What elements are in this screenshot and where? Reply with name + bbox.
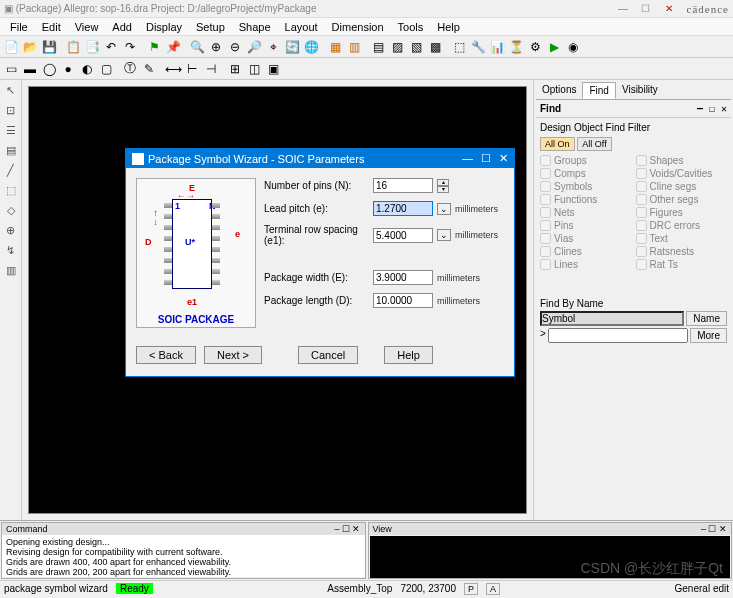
dropdown-icon[interactable]: ⌄ xyxy=(437,203,451,215)
shape-icon[interactable]: ◯ xyxy=(40,60,58,78)
menu-layout[interactable]: Layout xyxy=(279,19,324,35)
filter-pins[interactable]: Pins xyxy=(540,220,632,231)
param-input-1[interactable] xyxy=(373,201,433,216)
back-button[interactable]: < Back xyxy=(136,346,196,364)
menu-add[interactable]: Add xyxy=(106,19,138,35)
save-icon[interactable]: 💾 xyxy=(40,38,58,56)
next-button[interactable]: Next > xyxy=(204,346,262,364)
tool-icon[interactable]: ⬚ xyxy=(450,38,468,56)
flag-icon[interactable]: ⚑ xyxy=(145,38,163,56)
tool-icon[interactable]: ☰ xyxy=(0,120,21,140)
tool-icon[interactable]: ⊞ xyxy=(226,60,244,78)
tool-icon[interactable]: ▶ xyxy=(545,38,563,56)
pin-icon[interactable]: 📌 xyxy=(164,38,182,56)
tool-icon[interactable]: ▣ xyxy=(264,60,282,78)
zoom-in-icon[interactable]: ⊕ xyxy=(207,38,225,56)
maximize-button[interactable]: ☐ xyxy=(636,3,656,14)
redo-icon[interactable]: ↷ xyxy=(121,38,139,56)
open-icon[interactable]: 📂 xyxy=(21,38,39,56)
shape-icon[interactable]: ▢ xyxy=(97,60,115,78)
view-canvas[interactable] xyxy=(370,536,731,578)
tab-visibility[interactable]: Visibility xyxy=(616,82,664,99)
tool-icon[interactable]: ▥ xyxy=(0,260,21,280)
panel-controls[interactable]: – ☐ ✕ xyxy=(697,103,727,114)
zoom-icon[interactable]: 🔎 xyxy=(245,38,263,56)
all-on-button[interactable]: All On xyxy=(540,137,575,151)
param-input-4[interactable] xyxy=(373,293,433,308)
menu-edit[interactable]: Edit xyxy=(36,19,67,35)
filter-groups[interactable]: Groups xyxy=(540,155,632,166)
filter-drcerrors[interactable]: DRC errors xyxy=(636,220,728,231)
tool-icon[interactable]: ⊕ xyxy=(0,220,21,240)
filter-text[interactable]: Text xyxy=(636,233,728,244)
status-p[interactable]: P xyxy=(464,583,478,595)
status-a[interactable]: A xyxy=(486,583,500,595)
tool-icon[interactable]: ⊡ xyxy=(0,100,21,120)
filter-voidscavities[interactable]: Voids/Cavities xyxy=(636,168,728,179)
dim-icon[interactable]: ⊣ xyxy=(202,60,220,78)
param-input-2[interactable] xyxy=(373,228,433,243)
tool-icon[interactable]: ⏳ xyxy=(507,38,525,56)
tool-icon[interactable]: ↖ xyxy=(0,80,21,100)
tab-options[interactable]: Options xyxy=(536,82,582,99)
tool-icon[interactable]: 📑 xyxy=(83,38,101,56)
zoom-out-icon[interactable]: ⊖ xyxy=(226,38,244,56)
tool-icon[interactable]: ◉ xyxy=(564,38,582,56)
zoom-icon[interactable]: ⌖ xyxy=(264,38,282,56)
filter-comps[interactable]: Comps xyxy=(540,168,632,179)
all-off-button[interactable]: All Off xyxy=(577,137,611,151)
shape-icon[interactable]: ▭ xyxy=(2,60,20,78)
layer-icon[interactable]: ▧ xyxy=(407,38,425,56)
dialog-close[interactable]: ✕ xyxy=(499,152,508,165)
menu-setup[interactable]: Setup xyxy=(190,19,231,35)
menu-help[interactable]: Help xyxy=(431,19,466,35)
tool-icon[interactable]: ↯ xyxy=(0,240,21,260)
tool-icon[interactable]: 🔧 xyxy=(469,38,487,56)
shape-icon[interactable]: ▬ xyxy=(21,60,39,78)
undo-icon[interactable]: ↶ xyxy=(102,38,120,56)
text-icon[interactable]: Ⓣ xyxy=(121,60,139,78)
filter-functions[interactable]: Functions xyxy=(540,194,632,205)
refresh-icon[interactable]: 🔄 xyxy=(283,38,301,56)
param-input-3[interactable] xyxy=(373,270,433,285)
menu-file[interactable]: File xyxy=(4,19,34,35)
layer-icon[interactable]: ▤ xyxy=(369,38,387,56)
menu-tools[interactable]: Tools xyxy=(392,19,430,35)
param-input-0[interactable] xyxy=(373,178,433,193)
cancel-button[interactable]: Cancel xyxy=(298,346,358,364)
filter-vias[interactable]: Vias xyxy=(540,233,632,244)
tool-icon[interactable]: 📊 xyxy=(488,38,506,56)
dim-icon[interactable]: ⊢ xyxy=(183,60,201,78)
menu-dimension[interactable]: Dimension xyxy=(326,19,390,35)
dropdown-icon[interactable]: ⌄ xyxy=(437,229,451,241)
menu-view[interactable]: View xyxy=(69,19,105,35)
tab-find[interactable]: Find xyxy=(582,82,615,99)
more-button[interactable]: More xyxy=(690,328,727,343)
filter-clines[interactable]: Clines xyxy=(540,246,632,257)
tool-icon[interactable]: ◇ xyxy=(0,200,21,220)
grid-icon[interactable]: ▥ xyxy=(345,38,363,56)
tool-icon[interactable]: ⬚ xyxy=(0,180,21,200)
filter-othersegs[interactable]: Other segs xyxy=(636,194,728,205)
tool-icon[interactable]: 📋 xyxy=(64,38,82,56)
tool-icon[interactable]: ▤ xyxy=(0,140,21,160)
zoom-fit-icon[interactable]: 🔍 xyxy=(188,38,206,56)
layer-icon[interactable]: ▨ xyxy=(388,38,406,56)
menu-shape[interactable]: Shape xyxy=(233,19,277,35)
dialog-minimize[interactable]: — xyxy=(462,152,473,165)
filter-shapes[interactable]: Shapes xyxy=(636,155,728,166)
find-input[interactable] xyxy=(548,328,688,343)
name-button[interactable]: Name xyxy=(686,311,727,326)
filter-ratsnests[interactable]: Ratsnests xyxy=(636,246,728,257)
help-button[interactable]: Help xyxy=(384,346,433,364)
new-icon[interactable]: 📄 xyxy=(2,38,20,56)
filter-symbols[interactable]: Symbols xyxy=(540,181,632,192)
filter-figures[interactable]: Figures xyxy=(636,207,728,218)
filter-lines[interactable]: Lines xyxy=(540,259,632,270)
filter-ratts[interactable]: Rat Ts xyxy=(636,259,728,270)
grid-icon[interactable]: ▦ xyxy=(326,38,344,56)
symbol-input[interactable] xyxy=(540,311,684,326)
minimize-button[interactable]: — xyxy=(613,3,633,14)
shape-icon[interactable]: ◐ xyxy=(78,60,96,78)
edit-icon[interactable]: ✎ xyxy=(140,60,158,78)
